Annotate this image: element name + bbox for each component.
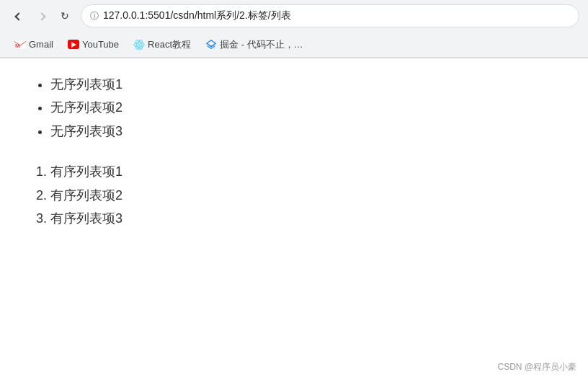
arrow-right-icon bbox=[37, 12, 45, 20]
security-icon: ⓘ bbox=[90, 10, 99, 22]
refresh-icon: ↻ bbox=[61, 10, 69, 22]
unordered-list: 无序列表项1 无序列表项2 无序列表项3 bbox=[50, 73, 559, 143]
refresh-button[interactable]: ↻ bbox=[55, 6, 75, 26]
svg-point-4 bbox=[138, 43, 141, 45]
forward-button[interactable] bbox=[32, 6, 52, 26]
browser-chrome: ↻ ⓘ 127.0.0.1:5501/csdn/html系列/2.标签/列表 M… bbox=[0, 0, 588, 58]
gmail-label: Gmail bbox=[29, 39, 53, 50]
youtube-icon bbox=[68, 39, 79, 50]
nav-buttons: ↻ bbox=[9, 6, 75, 26]
list-item: 有序列表项2 bbox=[50, 184, 559, 207]
yt-play-icon bbox=[71, 42, 76, 48]
gmail-icon: M bbox=[14, 39, 26, 50]
juejin-icon bbox=[205, 39, 217, 50]
bookmark-youtube[interactable]: YouTube bbox=[62, 36, 125, 53]
react-label: React教程 bbox=[148, 38, 191, 51]
bookmarks-bar: M Gmail YouTube bbox=[0, 32, 588, 58]
list-item: 有序列表项3 bbox=[50, 207, 559, 230]
address-text: 127.0.0.1:5501/csdn/html系列/2.标签/列表 bbox=[103, 9, 570, 22]
bookmark-react[interactable]: React教程 bbox=[128, 35, 197, 54]
svg-text:M: M bbox=[15, 42, 20, 48]
page-content: 无序列表项1 无序列表项2 无序列表项3 有序列表项1 有序列表项2 有序列表项… bbox=[0, 58, 588, 244]
bookmark-gmail[interactable]: M Gmail bbox=[9, 36, 59, 53]
bookmark-juejin[interactable]: 掘金 - 代码不止，… bbox=[200, 35, 309, 54]
list-item: 无序列表项2 bbox=[50, 96, 559, 119]
list-item: 无序列表项1 bbox=[50, 73, 559, 96]
youtube-label: YouTube bbox=[82, 39, 119, 50]
react-icon bbox=[133, 39, 145, 50]
forward-icon bbox=[39, 9, 45, 22]
juejin-label: 掘金 - 代码不止，… bbox=[220, 38, 303, 51]
back-button[interactable] bbox=[9, 6, 29, 26]
back-icon bbox=[16, 9, 22, 22]
list-item: 有序列表项1 bbox=[50, 160, 559, 183]
arrow-left-icon bbox=[14, 12, 22, 20]
browser-toolbar: ↻ ⓘ 127.0.0.1:5501/csdn/html系列/2.标签/列表 bbox=[0, 0, 588, 32]
yt-icon-bg bbox=[68, 40, 79, 49]
list-item: 无序列表项3 bbox=[50, 120, 559, 143]
address-bar[interactable]: ⓘ 127.0.0.1:5501/csdn/html系列/2.标签/列表 bbox=[81, 4, 579, 27]
ordered-list: 有序列表项1 有序列表项2 有序列表项3 bbox=[50, 160, 559, 230]
footer-credit: CSDN @程序员小豪 bbox=[497, 361, 576, 373]
